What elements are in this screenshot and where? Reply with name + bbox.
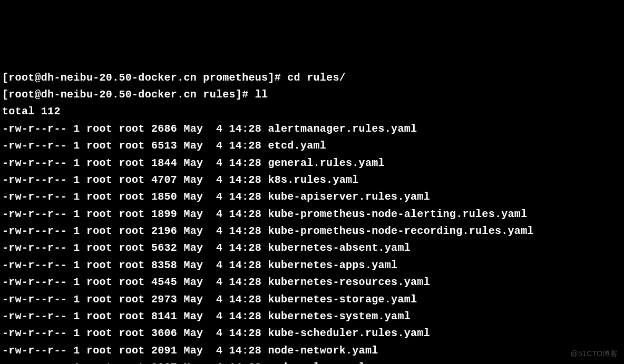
file-listing: -rw-r--r-- 1 root root 2686 May 4 14:28 … [2, 121, 622, 364]
prompt-line-2: [root@dh-neibu-20.50-docker.cn rules]# l… [2, 86, 622, 103]
list-item: -rw-r--r-- 1 root root 6513 May 4 14:28 … [2, 137, 622, 154]
list-item: -rw-r--r-- 1 root root 2196 May 4 14:28 … [2, 223, 622, 240]
prompt-line-1: [root@dh-neibu-20.50-docker.cn prometheu… [2, 70, 622, 86]
list-item: -rw-r--r-- 1 root root 9037 May 4 14:28 … [2, 359, 622, 364]
total-line: total 112 [2, 103, 622, 120]
list-item: -rw-r--r-- 1 root root 4707 May 4 14:28 … [2, 172, 622, 189]
list-item: -rw-r--r-- 1 root root 1899 May 4 14:28 … [2, 206, 622, 223]
list-item: -rw-r--r-- 1 root root 4545 May 4 14:28 … [2, 274, 622, 291]
list-item: -rw-r--r-- 1 root root 3606 May 4 14:28 … [2, 325, 622, 342]
list-item: -rw-r--r-- 1 root root 2973 May 4 14:28 … [2, 291, 622, 308]
list-item: -rw-r--r-- 1 root root 2091 May 4 14:28 … [2, 342, 622, 359]
list-item: -rw-r--r-- 1 root root 1844 May 4 14:28 … [2, 155, 622, 172]
watermark: @51CTO博客 [571, 348, 618, 360]
list-item: -rw-r--r-- 1 root root 8358 May 4 14:28 … [2, 257, 622, 274]
list-item: -rw-r--r-- 1 root root 1850 May 4 14:28 … [2, 189, 622, 205]
list-item: -rw-r--r-- 1 root root 2686 May 4 14:28 … [2, 121, 622, 137]
list-item: -rw-r--r-- 1 root root 8141 May 4 14:28 … [2, 308, 622, 325]
terminal-output[interactable]: [root@dh-neibu-20.50-docker.cn prometheu… [2, 70, 622, 364]
list-item: -rw-r--r-- 1 root root 5632 May 4 14:28 … [2, 240, 622, 257]
